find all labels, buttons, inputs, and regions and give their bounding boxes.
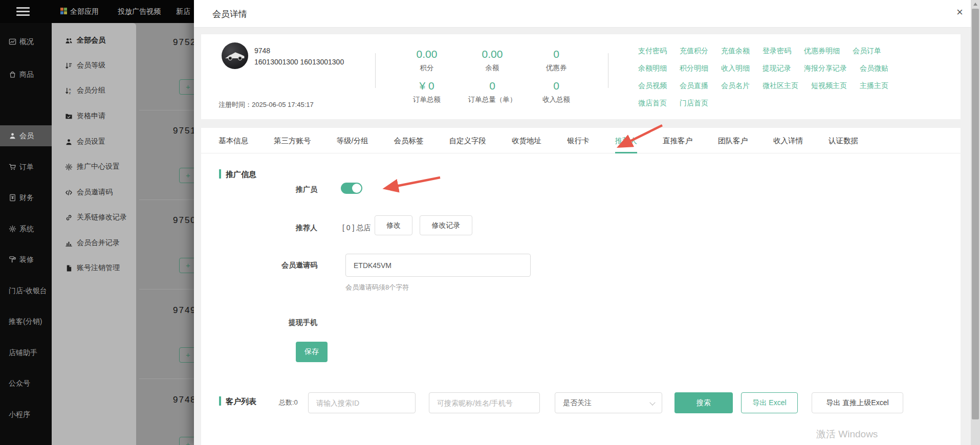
member-row-id: 9752 xyxy=(173,37,194,48)
link-recharge-points[interactable]: 充值积分 xyxy=(680,47,708,56)
sidebar-item-official-account[interactable]: 公众号 xyxy=(0,373,52,394)
person-icon xyxy=(9,132,16,140)
drawer-header: 会员详情 × xyxy=(194,0,971,28)
tab-auth-data[interactable]: 认证数据 xyxy=(829,128,858,153)
modify-referrer-button[interactable]: 修改 xyxy=(375,215,412,235)
tab-custom-fields[interactable]: 自定义字段 xyxy=(449,128,487,153)
link-member-posts[interactable]: 会员微贴 xyxy=(860,64,888,73)
sidebar-item-store-cashier[interactable]: 门店-收银台 xyxy=(0,280,52,301)
member-detail-drawer: 会员详情 × 9748 16013001300 16013001300 注册时间… xyxy=(194,0,971,445)
link-coupon-detail[interactable]: 优惠券明细 xyxy=(804,47,840,56)
tab-level-group[interactable]: 等级/分组 xyxy=(337,128,368,153)
nav-partial-item[interactable]: 新店 xyxy=(176,0,190,23)
submenu-merge-log[interactable]: 会员合并记录 xyxy=(52,236,136,250)
member-avatar[interactable] xyxy=(222,42,248,69)
modify-log-button[interactable]: 修改记录 xyxy=(420,215,472,235)
link-pay-password[interactable]: 支付密码 xyxy=(638,47,667,56)
sidebar-item-decorate[interactable]: 装修 xyxy=(0,249,52,270)
link-login-password[interactable]: 登录密码 xyxy=(763,47,791,56)
link-short-video-home[interactable]: 短视频主页 xyxy=(811,81,847,91)
member-row-id: 9748 xyxy=(173,395,194,405)
sidebar-item-goods[interactable]: 商品 xyxy=(0,64,52,85)
tab-shipping-address[interactable]: 收货地址 xyxy=(512,128,541,153)
tab-bank-card[interactable]: 银行卡 xyxy=(567,128,590,153)
sidebar-item-members[interactable]: 会员 xyxy=(0,125,52,146)
submenu-member-group[interactable]: AZ会员分组 xyxy=(52,83,136,98)
export-upline-excel-button[interactable]: 导出 直推上级Excel xyxy=(812,392,903,413)
sidebar-item-distribution[interactable]: 推客(分销) xyxy=(0,311,52,332)
expand-row-button[interactable]: + xyxy=(179,258,194,273)
customers-total: 总数:0 xyxy=(279,398,298,407)
nav-all-apps-label: 全部应用 xyxy=(70,7,99,15)
car-avatar-icon xyxy=(225,51,245,61)
close-icon[interactable]: × xyxy=(954,5,965,20)
tab-basic-info[interactable]: 基本信息 xyxy=(219,128,248,153)
search-name-input[interactable] xyxy=(429,392,540,413)
quick-links-row-2: 余额明细 积分明细 收入明细 提现记录 海报分享记录 会员微贴 xyxy=(638,64,888,73)
promoter-toggle[interactable] xyxy=(341,183,362,194)
search-id-input[interactable] xyxy=(308,392,416,413)
tab-team-customers[interactable]: 团队客户 xyxy=(718,128,748,153)
sidebar-item-mini-program[interactable]: 小程序 xyxy=(0,404,52,425)
referrer-label: 推荐人 xyxy=(251,224,317,233)
tab-income-detail[interactable]: 收入详情 xyxy=(773,128,803,153)
link-member-orders[interactable]: 会员订单 xyxy=(853,47,881,56)
scrollbar-thumb[interactable] xyxy=(972,9,979,419)
follow-select[interactable]: 是否关注 xyxy=(555,392,662,413)
link-poster-share-log[interactable]: 海报分享记录 xyxy=(804,64,847,73)
member-id: 9748 xyxy=(254,47,270,55)
sort-lines-icon xyxy=(65,62,73,70)
submenu-member-level[interactable]: 会员等级 xyxy=(52,58,136,73)
stat-income-total: 0收入总额 xyxy=(518,80,595,104)
link-withdraw-log[interactable]: 提现记录 xyxy=(763,64,791,73)
tab-third-party[interactable]: 第三方账号 xyxy=(274,128,311,153)
expand-row-button[interactable]: + xyxy=(179,79,194,95)
expand-row-button[interactable]: + xyxy=(179,437,194,445)
apps-grid-icon xyxy=(60,8,67,14)
invite-code-input[interactable] xyxy=(345,254,531,277)
export-excel-button[interactable]: 导出 Excel xyxy=(741,392,798,413)
expand-row-button[interactable]: + xyxy=(179,168,194,183)
sidebar-item-overview[interactable]: 概况 xyxy=(0,31,52,52)
link-recharge-balance[interactable]: 充值余额 xyxy=(721,47,750,56)
nav-ad-video[interactable]: 投放广告视频 xyxy=(118,0,161,23)
link-income-detail[interactable]: 收入明细 xyxy=(721,64,750,73)
folder-check-icon xyxy=(65,113,73,120)
link-points-detail[interactable]: 积分明细 xyxy=(680,64,708,73)
quick-links-row-4: 微店首页 门店首页 xyxy=(638,99,708,108)
sidebar-item-finance[interactable]: 财务 xyxy=(0,187,52,208)
link-member-live[interactable]: 会员直播 xyxy=(680,81,708,91)
sidebar-item-system[interactable]: 系统 xyxy=(0,218,52,239)
submenu-invite-code[interactable]: 会员邀请码 xyxy=(52,185,136,199)
tab-direct-customers[interactable]: 直推客户 xyxy=(663,128,692,153)
nav-all-apps[interactable]: 全部应用 xyxy=(60,0,99,23)
link-store-home[interactable]: 门店首页 xyxy=(680,99,708,108)
search-button[interactable]: 搜索 xyxy=(674,392,733,413)
sidebar-item-shop-assistant[interactable]: 店铺助手 xyxy=(0,342,52,363)
promo-section-title: 推广信息 xyxy=(226,170,256,180)
scroll-up-icon[interactable] xyxy=(973,3,977,6)
link-member-card[interactable]: 会员名片 xyxy=(721,81,750,91)
bar-chart-icon xyxy=(65,239,73,247)
link-balance-detail[interactable]: 余额明细 xyxy=(638,64,667,73)
submenu-relation-log[interactable]: 关系链修改记录 xyxy=(52,210,136,225)
person-icon xyxy=(65,138,73,146)
browser-scrollbar[interactable] xyxy=(971,0,980,445)
chevron-down-icon xyxy=(649,399,655,405)
submenu-account-logout[interactable]: 账号注销管理 xyxy=(52,261,136,275)
hamburger-menu-icon[interactable] xyxy=(16,7,30,16)
tab-referrer[interactable]: 推荐人 xyxy=(615,128,638,153)
link-member-video[interactable]: 会员视频 xyxy=(638,81,667,91)
tab-member-tags[interactable]: 会员标签 xyxy=(394,128,424,153)
sidebar-item-orders[interactable]: 订单 xyxy=(0,157,52,177)
expand-row-button[interactable]: + xyxy=(179,347,194,363)
submenu-all-members[interactable]: 全部会员 xyxy=(52,33,136,48)
save-button[interactable]: 保存 xyxy=(296,342,328,362)
link-microstore-home[interactable]: 微店首页 xyxy=(638,99,667,108)
file-icon xyxy=(65,264,73,272)
submenu-promo-center[interactable]: 推广中心设置 xyxy=(52,160,136,174)
submenu-qualification[interactable]: 资格申请 xyxy=(52,109,136,123)
submenu-member-settings[interactable]: 会员设置 xyxy=(52,135,136,149)
link-anchor-home[interactable]: 主播主页 xyxy=(860,81,888,91)
link-community-home[interactable]: 微社区主页 xyxy=(763,81,798,91)
